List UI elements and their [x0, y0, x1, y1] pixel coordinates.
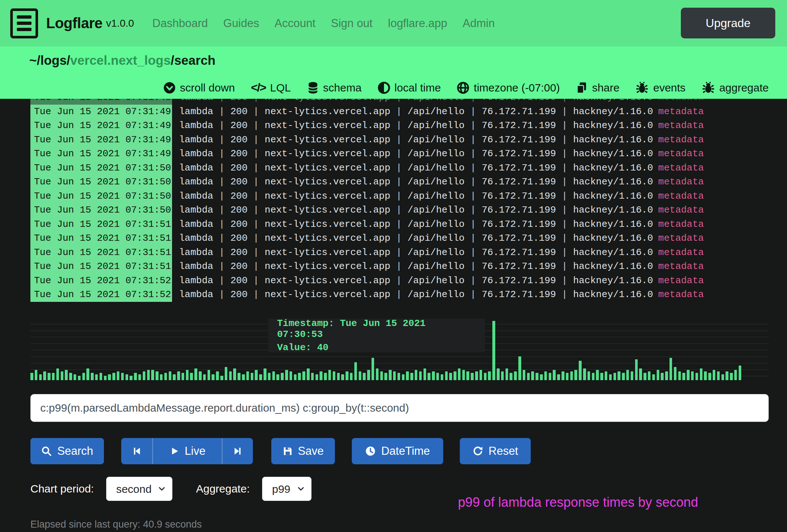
chart-bar[interactable]: [553, 370, 556, 380]
chart-bar[interactable]: [492, 321, 495, 380]
chart-bar[interactable]: [449, 373, 452, 380]
share-button[interactable]: share: [576, 81, 619, 94]
metadata-link[interactable]: metadata: [658, 162, 704, 173]
chart-bar[interactable]: [104, 376, 107, 380]
chart-bar[interactable]: [540, 374, 543, 380]
chart-bar[interactable]: [251, 373, 254, 380]
chart-bar[interactable]: [320, 371, 322, 380]
chart-bar[interactable]: [82, 373, 85, 380]
nav-link-sign-out[interactable]: Sign out: [331, 17, 373, 30]
chart-bar[interactable]: [285, 370, 288, 380]
chart-bar[interactable]: [56, 368, 59, 380]
chart-bar[interactable]: [518, 356, 521, 380]
chart-bar[interactable]: [346, 371, 348, 380]
chart-bar[interactable]: [233, 368, 236, 380]
chart-bar[interactable]: [190, 373, 193, 380]
table-row[interactable]: Tue Jun 15 2021 07:31:49 lambda | 200 | …: [30, 147, 704, 161]
chart-bar[interactable]: [259, 374, 262, 380]
chart-bar[interactable]: [229, 371, 232, 380]
chart-bar[interactable]: [704, 371, 707, 380]
chart-bar[interactable]: [592, 373, 595, 380]
chart-bar[interactable]: [497, 368, 500, 380]
chart-bar[interactable]: [717, 371, 720, 380]
chart-bar[interactable]: [721, 374, 724, 380]
chart-bar[interactable]: [203, 374, 206, 380]
chart-bar[interactable]: [566, 373, 569, 380]
metadata-link[interactable]: metadata: [658, 120, 704, 131]
query-input[interactable]: [30, 394, 769, 422]
table-row[interactable]: Tue Jun 15 2021 07:31:51 lambda | 200 | …: [30, 246, 704, 260]
metadata-link[interactable]: metadata: [658, 275, 704, 286]
chart-bar[interactable]: [272, 371, 275, 380]
chart-bar[interactable]: [281, 373, 284, 380]
chart-bar[interactable]: [600, 373, 603, 380]
chart-bar[interactable]: [276, 374, 279, 380]
chart-bar[interactable]: [367, 370, 370, 380]
nav-link-guides[interactable]: Guides: [223, 17, 259, 30]
live-button[interactable]: Live: [152, 438, 222, 464]
chart-bar[interactable]: [151, 370, 154, 380]
chart-bar[interactable]: [588, 371, 590, 380]
chart-bar[interactable]: [527, 373, 530, 380]
metadata-link[interactable]: metadata: [658, 134, 704, 145]
chart-bar[interactable]: [605, 371, 608, 380]
chart-bar[interactable]: [574, 370, 577, 380]
chart-bar[interactable]: [644, 373, 646, 380]
chart-bar[interactable]: [613, 373, 616, 380]
chart-bar[interactable]: [410, 373, 413, 380]
chart-bar[interactable]: [510, 373, 512, 380]
chart-bar[interactable]: [393, 371, 396, 380]
skip-backward-button[interactable]: [122, 438, 152, 464]
chart-bar[interactable]: [631, 371, 634, 380]
chart-bar[interactable]: [298, 373, 301, 380]
chart-bar[interactable]: [208, 370, 210, 380]
chart-bar[interactable]: [216, 371, 219, 380]
local-time-toggle[interactable]: local time: [378, 82, 441, 94]
chart-bar[interactable]: [130, 376, 133, 380]
chart-bar[interactable]: [363, 373, 366, 380]
search-button[interactable]: Search: [30, 438, 104, 464]
chart-bar[interactable]: [652, 374, 655, 380]
chart-bar[interactable]: [43, 371, 46, 380]
table-row[interactable]: Tue Jun 15 2021 07:31:52 lambda | 200 | …: [30, 274, 704, 288]
chart-bar[interactable]: [359, 371, 362, 380]
chart-bar[interactable]: [337, 373, 340, 380]
chart-bar[interactable]: [61, 371, 64, 380]
chart-bar[interactable]: [108, 374, 111, 380]
aggregate-button[interactable]: aggregate: [702, 81, 769, 94]
chart-bar[interactable]: [445, 371, 448, 380]
chart-bar[interactable]: [156, 371, 158, 380]
chart-bar[interactable]: [311, 373, 314, 380]
chart-bar[interactable]: [398, 373, 400, 380]
chart-bar[interactable]: [639, 368, 642, 380]
table-row[interactable]: Tue Jun 15 2021 07:31:50 lambda | 200 | …: [30, 175, 704, 189]
chart-bar[interactable]: [354, 362, 357, 380]
chart-bar[interactable]: [238, 373, 240, 380]
chart-bar[interactable]: [488, 371, 491, 380]
chart-bar[interactable]: [635, 359, 638, 380]
datetime-button[interactable]: DateTime: [352, 438, 443, 464]
chart-bar[interactable]: [523, 370, 526, 380]
metadata-link[interactable]: metadata: [658, 191, 704, 202]
chart-bar[interactable]: [376, 368, 379, 380]
chart-bar[interactable]: [307, 368, 310, 380]
chart-bar[interactable]: [626, 370, 629, 380]
chart-bar[interactable]: [74, 374, 77, 380]
table-row[interactable]: Tue Jun 15 2021 07:31:51 lambda | 200 | …: [30, 217, 704, 232]
chart-bar[interactable]: [531, 371, 534, 380]
chart-bar[interactable]: [117, 371, 120, 380]
table-row[interactable]: Tue Jun 15 2021 07:31:51 lambda | 200 | …: [30, 231, 704, 246]
chart-bar[interactable]: [294, 374, 297, 380]
chart-bar[interactable]: [419, 371, 422, 380]
chart-bar[interactable]: [415, 370, 418, 380]
chart-bar[interactable]: [462, 370, 465, 380]
chart-bar[interactable]: [220, 376, 223, 380]
chart-bar[interactable]: [700, 368, 703, 380]
chart-bar[interactable]: [65, 370, 68, 380]
chart-period-select[interactable]: second: [106, 477, 172, 501]
chart-bar[interactable]: [622, 373, 625, 380]
table-row[interactable]: Tue Jun 15 2021 07:31:49 lambda | 200 | …: [30, 133, 704, 147]
metadata-link[interactable]: metadata: [658, 233, 704, 244]
chart-bar[interactable]: [372, 358, 374, 380]
save-button[interactable]: Save: [271, 438, 335, 464]
